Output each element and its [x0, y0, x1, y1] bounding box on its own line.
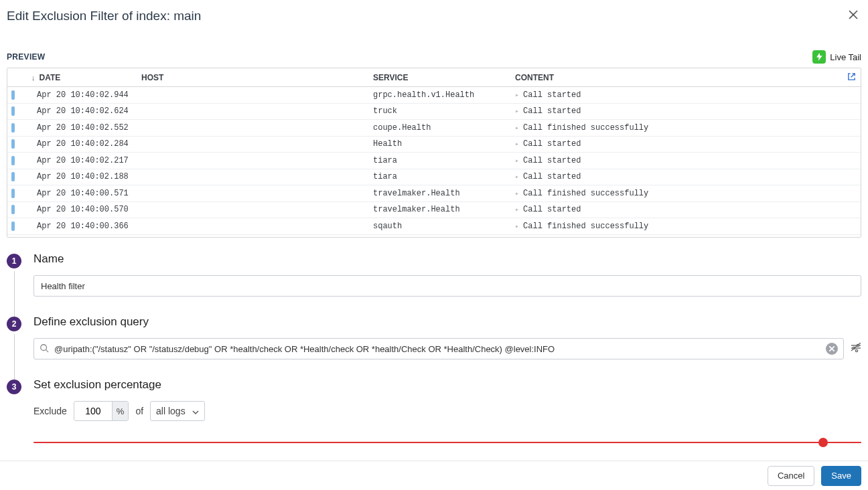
table-row[interactable]: Apr 20 10:40:02.188tiara▸Call started: [7, 169, 861, 186]
cell-date: Apr 20 10:40:02.944: [17, 90, 141, 100]
exclude-label: Exclude: [33, 406, 67, 416]
chevron-right-icon: ▸: [515, 91, 519, 99]
table-row[interactable]: Apr 20 10:40:02.217tiara▸Call started: [7, 153, 861, 169]
cell-date: Apr 20 10:40:02.188: [17, 172, 141, 181]
cell-date: Apr 20 10:40:00.571: [17, 189, 141, 198]
table-row[interactable]: Apr 20 10:40:00.366sqauth▸Call finished …: [7, 218, 861, 235]
sliders-icon: [851, 343, 861, 353]
cell-content: ▸Call finished successfully: [515, 123, 842, 133]
cell-service: truck: [373, 106, 515, 116]
chevron-right-icon: ▸: [515, 107, 519, 115]
svg-point-12: [855, 349, 857, 351]
cell-service: grpc.health.v1.Health: [373, 90, 515, 100]
scope-value: all logs: [156, 406, 186, 416]
status-marker: [11, 189, 15, 198]
status-marker: [11, 172, 15, 181]
cell-content: ▸Call started: [515, 156, 842, 165]
preview-label: PREVIEW: [7, 52, 45, 62]
cell-content: ▸Call started: [515, 90, 842, 100]
slider-thumb[interactable]: [818, 438, 828, 447]
cell-date: Apr 20 10:40:00.366: [17, 222, 141, 231]
status-marker: [11, 123, 15, 133]
step-3-badge: 3: [7, 380, 21, 394]
chevron-right-icon: ▸: [515, 124, 519, 132]
step-2-badge: 2: [7, 317, 21, 331]
save-button[interactable]: Save: [821, 466, 861, 486]
table-row[interactable]: Apr 20 10:40:02.284Health▸Call started: [7, 137, 861, 153]
search-icon: [40, 343, 49, 355]
scope-select[interactable]: all logs: [150, 401, 205, 421]
cell-content: ▸Call started: [515, 172, 842, 181]
open-external-icon[interactable]: [847, 72, 856, 83]
cell-service: travelmaker.Health: [373, 205, 515, 214]
col-content-header[interactable]: CONTENT: [515, 73, 842, 82]
step-2-title: Define exclusion query: [33, 315, 861, 329]
svg-line-2: [851, 73, 855, 77]
table-row[interactable]: Apr 20 10:40:00.570travelmaker.Health▸Ca…: [7, 202, 861, 219]
step-1-badge: 1: [7, 254, 21, 268]
cell-date: Apr 20 10:40:02.284: [17, 139, 141, 149]
live-tail-label: Live Tail: [830, 52, 861, 62]
chevron-right-icon: ▸: [515, 189, 519, 197]
cell-content: ▸Call finished successfully: [515, 189, 842, 198]
cell-service: sqauth: [373, 222, 515, 231]
step-1-title: Name: [33, 252, 861, 266]
query-input[interactable]: [54, 344, 820, 354]
percentage-slider[interactable]: [33, 436, 861, 449]
chevron-right-icon: ▸: [515, 140, 519, 148]
cell-content: ▸Call started: [515, 205, 842, 214]
cell-service: tiara: [373, 156, 515, 165]
query-settings-button[interactable]: [851, 343, 861, 355]
sort-desc-icon: ↓: [31, 74, 35, 82]
table-row[interactable]: Apr 20 10:40:02.944grpc.health.v1.Health…: [7, 87, 861, 104]
status-marker: [11, 205, 15, 214]
close-button[interactable]: [845, 7, 861, 25]
cell-service: tiara: [373, 172, 515, 181]
bolt-icon: [812, 50, 826, 64]
clear-query-button[interactable]: [826, 343, 838, 355]
table-header: ↓ DATE HOST SERVICE CONTENT: [7, 68, 861, 87]
cell-date: Apr 20 10:40:02.624: [17, 106, 141, 116]
slider-track: [33, 442, 824, 443]
chevron-right-icon: ▸: [515, 222, 519, 230]
cell-content: ▸Call started: [515, 139, 842, 149]
col-date-label: DATE: [40, 73, 61, 82]
cell-date: Apr 20 10:40:02.552: [17, 123, 141, 133]
step-3-title: Set exclusion percentage: [33, 378, 861, 392]
preview-table: ↓ DATE HOST SERVICE CONTENT Apr 20 10:40…: [7, 68, 861, 238]
cancel-button[interactable]: Cancel: [768, 466, 814, 486]
col-date-header[interactable]: ↓ DATE: [17, 73, 141, 82]
chevron-down-icon: [192, 406, 199, 416]
cell-content: ▸Call finished successfully: [515, 222, 842, 231]
status-marker: [11, 106, 15, 116]
dialog-title: Edit Exclusion Filter of index: main: [7, 9, 201, 23]
chevron-right-icon: ▸: [515, 157, 519, 165]
table-row[interactable]: Apr 20 10:40:02.552coupe.Health▸Call fin…: [7, 120, 861, 137]
cell-service: coupe.Health: [373, 123, 515, 133]
percent-suffix: %: [112, 402, 129, 420]
x-icon: [829, 346, 835, 351]
cell-date: Apr 20 10:40:00.570: [17, 205, 141, 214]
status-marker: [11, 139, 15, 149]
close-icon: [848, 9, 859, 20]
of-label: of: [135, 406, 143, 416]
table-row[interactable]: Apr 20 10:40:02.624truck▸Call started: [7, 104, 861, 120]
status-marker: [11, 222, 15, 231]
status-marker: [11, 90, 15, 100]
chevron-right-icon: ▸: [515, 206, 519, 214]
live-tail-button[interactable]: Live Tail: [812, 50, 861, 64]
slider-track: [824, 442, 861, 443]
chevron-right-icon: ▸: [515, 173, 519, 181]
cell-content: ▸Call started: [515, 106, 842, 116]
table-row[interactable]: Apr 20 10:40:00.571travelmaker.Health▸Ca…: [7, 185, 861, 202]
percentage-input[interactable]: [74, 402, 112, 420]
svg-line-4: [46, 349, 49, 352]
col-host-header[interactable]: HOST: [141, 73, 373, 82]
svg-point-3: [41, 344, 47, 350]
status-marker: [11, 156, 15, 165]
cell-service: Health: [373, 139, 515, 149]
cell-date: Apr 20 10:40:02.217: [17, 156, 141, 165]
cell-service: travelmaker.Health: [373, 189, 515, 198]
col-service-header[interactable]: SERVICE: [373, 73, 515, 82]
name-input[interactable]: [33, 275, 861, 297]
